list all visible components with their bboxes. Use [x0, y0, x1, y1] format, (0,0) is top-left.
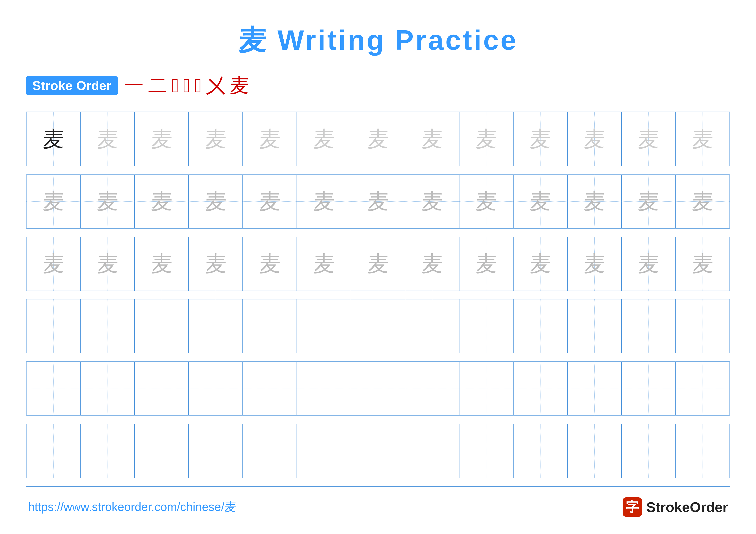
grid-cell[interactable]: 麦	[351, 174, 405, 229]
stroke-order-badge: Stroke Order	[26, 76, 118, 95]
grid-cell[interactable]	[405, 362, 459, 416]
cell-character: 麦	[151, 128, 173, 150]
grid-cell[interactable]: 麦	[134, 112, 189, 166]
grid-cell[interactable]	[26, 362, 80, 416]
cell-character: 麦	[529, 253, 551, 275]
grid-cell[interactable]	[567, 424, 622, 478]
grid-cell[interactable]	[26, 424, 80, 478]
grid-cell[interactable]: 麦	[459, 112, 513, 166]
grid-cell[interactable]	[513, 362, 567, 416]
page-title: 麦 Writing Practice	[26, 21, 730, 60]
cell-character: 麦	[692, 253, 713, 275]
stroke-3: 𠄌	[172, 75, 179, 97]
footer-url: https://www.strokeorder.com/chinese/麦	[28, 499, 236, 515]
grid-cell[interactable]: 麦	[567, 174, 622, 229]
grid-cell[interactable]	[459, 299, 513, 353]
cell-character: 麦	[475, 253, 497, 275]
grid-cell[interactable]: 麦	[134, 174, 189, 229]
grid-cell[interactable]: 麦	[189, 237, 243, 291]
grid-cell[interactable]: 麦	[622, 237, 676, 291]
grid-cell[interactable]: 麦	[297, 237, 351, 291]
grid-cell[interactable]: 麦	[513, 112, 567, 166]
grid-cell[interactable]: 麦	[80, 112, 134, 166]
grid-cell[interactable]	[134, 424, 189, 478]
grid-cell[interactable]: 麦	[676, 112, 730, 166]
grid-cell[interactable]: 麦	[405, 112, 459, 166]
grid-cell[interactable]: 麦	[26, 112, 80, 166]
grid-cell[interactable]: 麦	[243, 174, 297, 229]
grid-cell[interactable]: 麦	[351, 237, 405, 291]
cell-character: 麦	[638, 191, 659, 212]
grid-cell[interactable]	[243, 424, 297, 478]
grid-cell[interactable]	[351, 424, 405, 478]
grid-cell[interactable]	[567, 362, 622, 416]
grid-cell[interactable]	[622, 424, 676, 478]
grid-cell[interactable]	[297, 424, 351, 478]
grid-cell[interactable]: 麦	[513, 174, 567, 229]
grid-cell[interactable]: 麦	[189, 112, 243, 166]
grid-cell[interactable]	[622, 299, 676, 353]
cell-character: 麦	[259, 128, 281, 150]
grid-cell[interactable]: 麦	[80, 174, 134, 229]
grid-cell[interactable]	[351, 299, 405, 353]
cell-character: 麦	[151, 253, 173, 275]
grid-cell[interactable]	[80, 424, 134, 478]
grid-cell[interactable]: 麦	[459, 237, 513, 291]
grid-cell[interactable]: 麦	[622, 174, 676, 229]
grid-cell[interactable]	[459, 362, 513, 416]
grid-cell[interactable]	[189, 299, 243, 353]
grid-cell[interactable]	[513, 424, 567, 478]
grid-cell[interactable]: 麦	[297, 174, 351, 229]
grid-cell[interactable]	[297, 362, 351, 416]
grid-cell[interactable]	[80, 299, 134, 353]
grid-cell[interactable]: 麦	[405, 174, 459, 229]
grid-cell[interactable]: 麦	[243, 112, 297, 166]
grid-cell[interactable]: 麦	[622, 112, 676, 166]
stroke-order-row: Stroke Order 一 二 𠄌 𡿨 𡿩 㐅 麦	[26, 72, 730, 99]
grid-cell[interactable]: 麦	[351, 112, 405, 166]
grid-cell[interactable]: 麦	[243, 237, 297, 291]
stroke-order-chars: 一 二 𠄌 𡿨 𡿩 㐅 麦	[124, 72, 249, 99]
cell-character: 麦	[421, 253, 443, 275]
grid-cell[interactable]: 麦	[134, 237, 189, 291]
grid-cell[interactable]	[351, 362, 405, 416]
grid-cell[interactable]	[567, 299, 622, 353]
cell-character: 麦	[367, 191, 389, 212]
grid-cell[interactable]	[676, 362, 730, 416]
grid-cell[interactable]: 麦	[459, 174, 513, 229]
grid-cell[interactable]: 麦	[513, 237, 567, 291]
grid-cell[interactable]	[676, 299, 730, 353]
cell-character: 麦	[583, 191, 605, 212]
grid-cell[interactable]: 麦	[405, 237, 459, 291]
cell-character: 麦	[205, 253, 227, 275]
grid-cell[interactable]	[243, 299, 297, 353]
grid-cell[interactable]: 麦	[26, 237, 80, 291]
grid-cell[interactable]	[459, 424, 513, 478]
cell-character: 麦	[43, 191, 64, 212]
grid-cell[interactable]: 麦	[189, 174, 243, 229]
cell-character: 麦	[313, 128, 335, 150]
grid-cell[interactable]	[134, 299, 189, 353]
grid-cell[interactable]: 麦	[567, 237, 622, 291]
grid-cell[interactable]	[134, 362, 189, 416]
grid-cell[interactable]	[297, 299, 351, 353]
grid-cell[interactable]	[189, 362, 243, 416]
grid-cell[interactable]: 麦	[676, 174, 730, 229]
grid-cell[interactable]: 麦	[80, 237, 134, 291]
grid-cell[interactable]: 麦	[567, 112, 622, 166]
grid-cell[interactable]	[80, 362, 134, 416]
cell-character: 麦	[259, 253, 281, 275]
grid-cell[interactable]: 麦	[297, 112, 351, 166]
cell-character: 麦	[692, 191, 713, 212]
grid-cell[interactable]	[243, 362, 297, 416]
grid-cell[interactable]	[405, 299, 459, 353]
grid-cell[interactable]	[676, 424, 730, 478]
grid-cell[interactable]	[405, 424, 459, 478]
grid-cell[interactable]	[513, 299, 567, 353]
grid-cell[interactable]	[189, 424, 243, 478]
grid-cell[interactable]: 麦	[26, 174, 80, 229]
grid-cell[interactable]	[26, 299, 80, 353]
grid-cell[interactable]	[622, 362, 676, 416]
grid-cell[interactable]: 麦	[676, 237, 730, 291]
practice-grid: 麦麦麦麦麦麦麦麦麦麦麦麦麦麦麦麦麦麦麦麦麦麦麦麦麦麦麦麦麦麦麦麦麦麦麦麦麦麦麦	[26, 112, 730, 487]
